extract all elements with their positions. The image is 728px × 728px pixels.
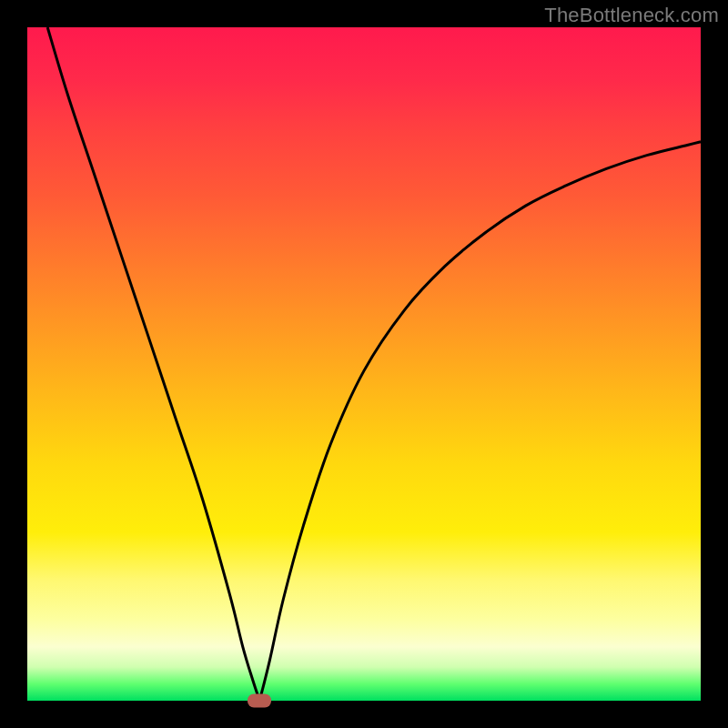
attribution-label: TheBottleneck.com <box>544 4 719 27</box>
curve-left-branch <box>47 27 259 701</box>
chart-frame: TheBottleneck.com <box>0 0 728 728</box>
bottleneck-curve <box>27 27 701 701</box>
minimum-marker <box>248 694 271 708</box>
curve-right-branch <box>259 142 701 701</box>
plot-area <box>27 27 701 701</box>
